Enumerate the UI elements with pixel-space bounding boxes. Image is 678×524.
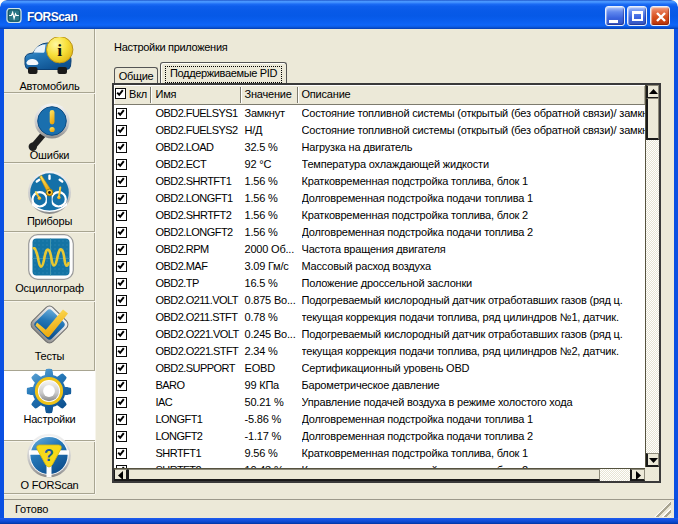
svg-text:?: ? xyxy=(44,447,54,464)
svg-text:i: i xyxy=(57,40,62,60)
